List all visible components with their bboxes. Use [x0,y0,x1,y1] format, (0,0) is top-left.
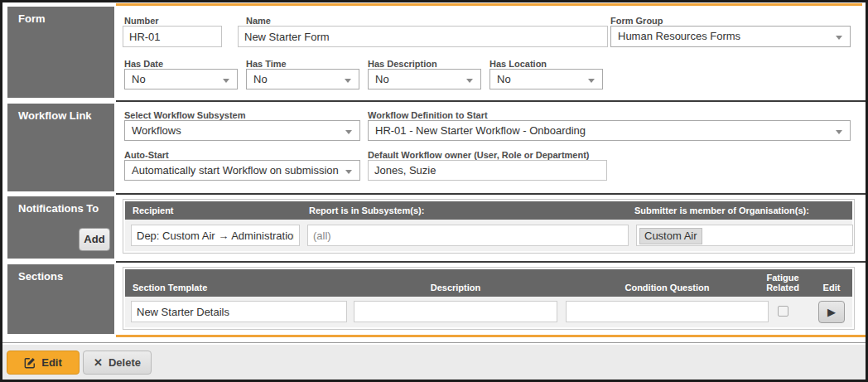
col-description: Description [354,283,557,293]
edit-icon [24,357,36,369]
top-accent-bar [116,3,862,6]
has-date-select[interactable]: No [124,69,238,89]
section-label-notifications: Notifications To [18,202,99,215]
definition-label: Workflow Definition to Start [368,110,488,120]
number-input[interactable] [123,26,222,47]
has-location-select[interactable]: No [489,69,603,89]
has-description-label: Has Description [368,59,437,69]
col-section-template: Section Template [133,283,207,293]
chevron-down-icon [223,79,229,83]
organisations-input[interactable]: Custom Air [636,225,853,246]
auto-start-value: Automatically start Workflow on submissi… [132,164,339,176]
auto-start-label: Auto-Start [124,150,169,160]
chevron-down-icon [588,79,595,83]
subsystem-select[interactable]: Workflows [124,120,360,141]
edit-button[interactable]: Edit [7,351,80,375]
has-time-label: Has Time [246,59,287,69]
organisation-chip[interactable]: Custom Air [639,228,702,244]
chevron-down-icon [836,130,842,134]
condition-question-input[interactable] [566,301,769,322]
delete-x-icon: ✕ [94,356,103,369]
delete-button[interactable]: ✕ Delete [83,351,152,375]
sidebar-section-form: Form [7,7,114,98]
col-recipient: Recipient [133,206,174,215]
number-label: Number [124,16,159,26]
form-group-select[interactable]: Human Resources Forms [610,26,851,47]
footer-bar: Edit ✕ Delete [2,345,866,380]
sections-table: Section Template Description Condition Q… [123,267,855,330]
definition-value: HR-01 - New Starter Workflow - Onboardin… [375,124,586,137]
col-condition-question: Condition Question [566,283,769,293]
section-divider [116,261,866,263]
notifications-table-header: Recipient Report is in Subsystem(s): Sub… [125,201,852,220]
chevron-down-icon [836,36,842,40]
sidebar-section-workflow-link: Workflow Link [7,104,114,191]
subsystems-input[interactable] [307,225,629,246]
auto-start-select[interactable]: Automatically start Workflow on submissi… [124,160,360,181]
section-template-input[interactable] [131,301,347,322]
col-subsystems: Report is in Subsystem(s): [309,206,424,215]
name-input[interactable] [238,26,608,47]
has-time-select[interactable]: No [246,69,359,89]
chevron-down-icon [466,79,473,83]
has-date-label: Has Date [124,59,163,69]
sections-table-header: Section Template Description Condition Q… [125,269,852,297]
col-edit: Edit [818,283,845,293]
edit-button-label: Edit [41,356,62,369]
section-label-workflow-link: Workflow Link [18,109,92,122]
footer-separator [2,342,866,343]
owner-input[interactable] [368,160,607,181]
chevron-down-icon [345,170,352,174]
play-icon: ▶ [827,306,836,318]
add-button-label: Add [84,233,104,245]
has-description-select[interactable]: No [368,69,481,89]
description-input[interactable] [354,301,557,322]
col-fatigue-related: Fatigue Related [761,273,804,293]
delete-button-label: Delete [108,356,141,369]
section-label-sections: Sections [18,270,63,283]
form-group-value: Human Resources Forms [618,30,740,42]
notification-row: Custom Air [125,220,852,251]
section-row: ▶ [125,297,852,327]
subsystem-label: Select Workflow Subsystem [124,110,246,120]
has-location-label: Has Location [489,59,547,69]
add-notification-button[interactable]: Add [79,228,110,251]
name-label: Name [246,16,271,26]
subsystem-value: Workflows [132,124,181,137]
form-config-window: Form Workflow Link Notifications To Add … [0,0,868,382]
notifications-table: Recipient Report is in Subsystem(s): Sub… [123,199,855,254]
definition-select[interactable]: HR-01 - New Starter Workflow - Onboardin… [368,120,851,141]
has-description-value: No [375,73,389,85]
section-divider [116,100,866,102]
chevron-down-icon [345,79,351,83]
section-label-form: Form [18,12,46,25]
form-group-label: Form Group [610,16,663,26]
bottom-accent-bar [116,335,866,337]
section-divider [116,193,866,195]
owner-label: Default Workflow owner (User, Role or De… [368,150,590,160]
has-location-value: No [497,73,511,85]
has-date-value: No [132,73,146,85]
has-time-value: No [253,73,268,85]
edit-section-button[interactable]: ▶ [818,301,845,323]
fatigue-related-checkbox[interactable] [778,306,788,317]
recipient-input[interactable] [131,225,300,246]
col-organisations: Submitter is member of Organisation(s): [634,206,809,215]
chevron-down-icon [345,130,352,134]
sidebar-section-sections: Sections [7,264,114,334]
